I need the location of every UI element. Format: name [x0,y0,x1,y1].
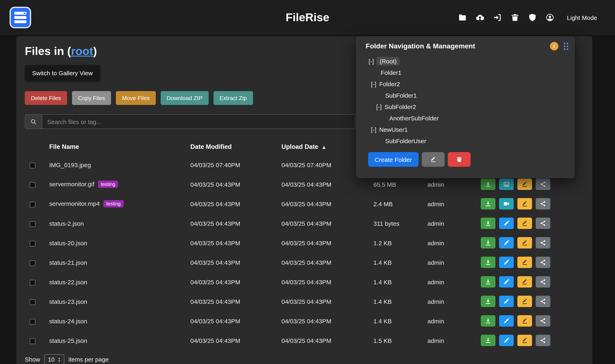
tree-item-newuser1[interactable]: [-]NewUser1 [368,124,565,135]
preview-button[interactable] [499,179,514,190]
download-button[interactable] [481,276,496,287]
tree-label[interactable]: NewUser1 [379,126,408,133]
row-checkbox[interactable] [30,241,35,246]
edit-button[interactable] [499,276,514,287]
edit-button[interactable] [499,237,514,248]
row-checkbox[interactable] [30,182,35,188]
tag-edit-button[interactable] [517,335,532,346]
tree-label[interactable]: Folder2 [379,80,400,87]
items-per-page-select[interactable]: 10▲▼ [44,354,64,364]
tree-item-subfolder2[interactable]: [-]SubFolder2 [368,101,565,112]
row-checkbox[interactable] [30,319,35,324]
share-button[interactable] [536,276,550,287]
col-file-name[interactable]: File Name [49,143,190,150]
create-folder-button[interactable]: Create Folder [368,152,418,167]
delete-folder-button[interactable] [448,152,471,167]
file-name-link[interactable]: status-25.json [49,337,87,344]
tree-label[interactable]: SubFolderUser [385,137,426,144]
drag-handle-icon[interactable] [564,42,568,50]
file-name-link[interactable]: IMG_0193.jpeg [49,161,91,168]
share-button[interactable] [536,179,550,190]
row-checkbox[interactable] [30,221,35,227]
tree-item-anothersubfolder[interactable]: AnotherSubFolder [368,112,565,124]
row-checkbox[interactable] [30,202,35,207]
expander-icon[interactable]: [-] [371,80,377,87]
share-button[interactable] [536,296,550,307]
download-button[interactable] [481,315,496,326]
root-link[interactable]: root [71,45,93,57]
tag-edit-button[interactable] [517,296,532,307]
sign-in-icon[interactable] [493,13,502,22]
tree-label[interactable]: SubFolder2 [385,103,416,110]
tree-item-subfolder1[interactable]: SubFolder1 [368,90,565,101]
preview-button[interactable] [499,198,514,209]
download-button[interactable] [481,237,496,248]
light-mode-toggle[interactable]: Light Mode [567,14,597,21]
share-button[interactable] [536,335,550,346]
tree-item-folder1[interactable]: Folder1 [368,67,565,78]
col-date-modified[interactable]: Date Modified [190,143,281,150]
share-button[interactable] [536,315,550,326]
share-button[interactable] [536,257,550,268]
file-name-link[interactable]: servermonitor.mp4 [49,200,100,207]
edit-button[interactable] [499,315,514,326]
row-checkbox[interactable] [30,299,35,305]
gallery-view-button[interactable]: Switch to Gallery View [25,65,100,81]
edit-button[interactable] [499,257,514,268]
edit-button[interactable] [499,296,514,307]
tag-edit-button[interactable] [517,218,532,229]
tag-edit-button[interactable] [517,257,532,268]
profile-icon[interactable] [545,13,554,22]
tag-edit-button[interactable] [517,198,532,209]
file-name-link[interactable]: status-21.json [49,259,87,266]
tree-label[interactable]: (Root) [377,57,399,65]
delete-files-button[interactable]: Delete Files [25,91,67,105]
file-name-link[interactable]: servermonitor.gif [49,181,94,187]
tree-item-subfolderuser[interactable]: SubFolderUser [368,135,565,146]
row-checkbox[interactable] [30,162,35,168]
tree-item-root[interactable]: [-](Root) [368,55,565,67]
file-name-link[interactable]: status-22.json [49,278,87,285]
download-button[interactable] [481,296,496,307]
extract-zip-button[interactable]: Extract Zip [213,91,253,105]
file-name-link[interactable]: status-2.json [49,220,84,227]
tag-edit-button[interactable] [517,315,532,326]
file-name-link[interactable]: status-23.json [49,298,87,305]
tag-edit-button[interactable] [517,179,532,190]
tree-label[interactable]: SubFolder1 [385,92,417,99]
download-button[interactable] [481,218,496,229]
copy-files-button[interactable]: Copy Files [72,91,111,105]
edit-button[interactable] [499,218,514,229]
file-size-cell: 311 bytes [373,220,428,227]
file-name-link[interactable]: status-20.json [49,239,87,246]
info-icon[interactable]: i [550,42,559,51]
download-button[interactable] [481,179,496,190]
folder-icon[interactable] [458,13,467,22]
download-zip-button[interactable]: Download ZIP [161,91,209,105]
expander-icon[interactable]: [-] [371,126,377,133]
search-input[interactable] [42,115,355,129]
expander-icon[interactable]: [-] [376,103,382,110]
edit-button[interactable] [499,335,514,346]
share-button[interactable] [536,198,550,209]
shield-icon[interactable] [528,13,537,22]
row-checkbox[interactable] [30,280,35,285]
rename-folder-button[interactable] [422,152,444,167]
upload-cloud-icon[interactable] [475,13,484,22]
download-button[interactable] [481,198,496,209]
download-button[interactable] [481,335,496,346]
share-button[interactable] [536,218,550,229]
tree-item-folder2[interactable]: [-]Folder2 [368,78,565,90]
tag-edit-button[interactable] [517,276,532,287]
move-files-button[interactable]: Move Files [116,91,156,105]
download-button[interactable] [481,257,496,268]
tree-label[interactable]: AnotherSubFolder [389,115,439,121]
row-checkbox[interactable] [30,338,35,344]
tag-edit-button[interactable] [517,237,532,248]
row-checkbox[interactable] [30,260,35,266]
tree-label[interactable]: Folder1 [381,69,402,76]
share-button[interactable] [536,237,550,248]
expander-icon[interactable]: [-] [368,58,374,65]
file-name-link[interactable]: status-24.json [49,317,87,324]
trash-icon[interactable] [510,13,519,22]
